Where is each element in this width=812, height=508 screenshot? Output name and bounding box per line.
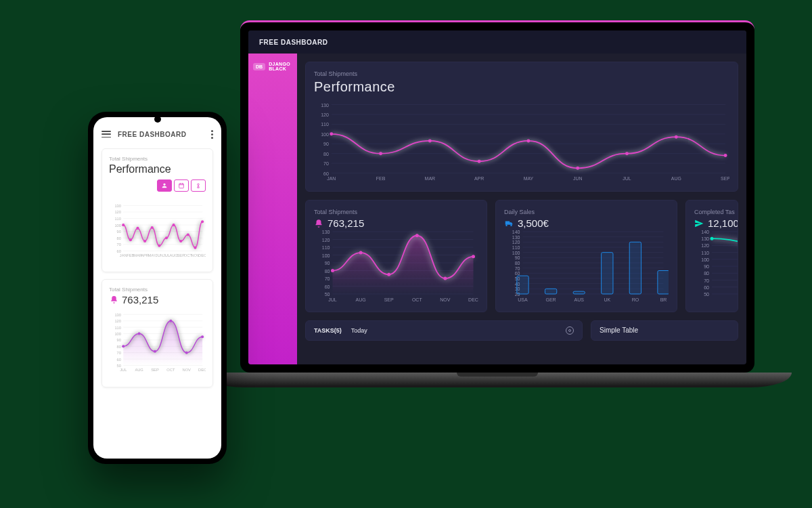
svg-text:80: 80: [515, 261, 520, 266]
svg-text:50: 50: [117, 364, 121, 368]
sidebar-header[interactable]: DB DJANGO BLACK: [253, 62, 292, 71]
gear-icon[interactable]: [566, 326, 574, 335]
svg-text:50: 50: [325, 292, 330, 297]
svg-text:70: 70: [515, 266, 520, 271]
metric-value: 763,215: [122, 294, 158, 305]
simple-table-card: Simple Table: [591, 320, 738, 341]
svg-rect-98: [573, 291, 585, 294]
svg-text:80: 80: [117, 345, 121, 349]
svg-text:130: 130: [701, 236, 709, 241]
svg-point-123: [710, 237, 714, 240]
svg-text:120: 120: [322, 238, 330, 242]
svg-point-156: [129, 238, 132, 241]
svg-text:RO: RO: [632, 297, 639, 302]
svg-text:130: 130: [114, 204, 121, 208]
seg-accounts[interactable]: [157, 179, 172, 192]
sales-chart: 2030405060708090100110120130140USAGERAUS…: [504, 229, 669, 303]
svg-text:130: 130: [321, 103, 329, 108]
svg-text:60: 60: [704, 285, 709, 290]
svg-point-195: [185, 352, 188, 354]
card-overline: Total Shipments: [109, 287, 206, 293]
svg-text:OCT: OCT: [166, 368, 175, 372]
svg-text:90: 90: [515, 255, 520, 260]
svg-text:JUL: JUL: [328, 297, 337, 302]
card-title: Performance: [314, 79, 729, 95]
seg-sessions[interactable]: [191, 179, 206, 192]
svg-point-165: [194, 247, 196, 249]
svg-text:80: 80: [323, 152, 329, 156]
svg-text:120: 120: [114, 210, 121, 214]
shipments-chart: 5060708090100110120130JULAUGSEPOCTNOVDEC: [314, 229, 478, 303]
svg-text:JUL: JUL: [120, 368, 127, 372]
svg-rect-101: [658, 271, 669, 295]
svg-point-159: [151, 226, 154, 229]
svg-point-158: [143, 240, 146, 242]
hamburger-icon[interactable]: [102, 131, 111, 137]
sales-card: Daily Sales 3,500€ 203040506070809010011…: [495, 200, 677, 312]
svg-point-33: [724, 154, 727, 157]
tasks-title: TASKS(5): [314, 327, 342, 334]
card-overline: Daily Sales: [504, 209, 669, 215]
svg-point-126: [198, 184, 200, 186]
svg-text:130: 130: [322, 230, 330, 234]
svg-rect-125: [179, 184, 184, 188]
svg-text:100: 100: [512, 251, 520, 255]
svg-rect-96: [517, 276, 528, 294]
svg-text:120: 120: [512, 240, 520, 245]
phone-shipments-chart: 5060708090100110120130JULAUGSEPOCTNOVDEC: [109, 305, 206, 380]
topbar: FREE DASHBOARD: [248, 30, 746, 54]
completed-tasks-card: Completed Tas 12,100K 506070809010011012…: [685, 200, 738, 312]
svg-text:80: 80: [117, 236, 121, 240]
svg-text:AUS: AUS: [574, 297, 584, 302]
svg-text:APR: APR: [474, 176, 484, 181]
brand: FREE DASHBOARD: [259, 39, 328, 46]
svg-text:DEC: DEC: [198, 368, 206, 372]
svg-text:110: 110: [701, 251, 709, 255]
svg-point-191: [122, 345, 125, 347]
svg-text:100: 100: [114, 224, 121, 228]
tasks-tab-today[interactable]: Today: [351, 327, 367, 334]
svg-point-58: [331, 269, 334, 272]
svg-text:DEC: DEC: [198, 253, 206, 257]
svg-text:110: 110: [512, 245, 520, 250]
performance-card: Total Shipments Performance 607080901001…: [305, 62, 738, 192]
seg-purchases[interactable]: [174, 179, 189, 192]
svg-rect-97: [545, 289, 556, 294]
svg-text:100: 100: [701, 257, 709, 262]
card-title: Performance: [109, 163, 206, 175]
svg-text:100: 100: [322, 253, 330, 258]
svg-point-166: [201, 220, 204, 223]
sidebar: DB DJANGO BLACK: [248, 54, 297, 364]
svg-text:AUG: AUG: [135, 368, 143, 372]
more-icon[interactable]: [211, 130, 213, 139]
svg-text:MAR: MAR: [425, 176, 435, 181]
metric-value: 3,500€: [518, 217, 549, 229]
svg-text:70: 70: [117, 242, 121, 247]
svg-point-157: [136, 227, 139, 230]
svg-point-63: [472, 255, 475, 258]
svg-text:60: 60: [325, 284, 330, 289]
svg-point-26: [379, 152, 382, 155]
performance-chart: 60708090100110120130JANFEBMARAPRMAYJUNJU…: [314, 102, 729, 183]
svg-text:70: 70: [325, 276, 330, 281]
svg-text:50: 50: [704, 292, 709, 297]
svg-text:70: 70: [323, 161, 329, 166]
svg-text:110: 110: [322, 245, 330, 250]
svg-text:120: 120: [321, 112, 329, 117]
svg-text:FEB: FEB: [376, 176, 386, 181]
svg-point-59: [359, 251, 363, 255]
svg-text:70: 70: [704, 278, 709, 283]
svg-text:SEP: SEP: [384, 297, 394, 302]
svg-text:JUN: JUN: [156, 253, 163, 257]
svg-text:140: 140: [701, 230, 709, 234]
svg-point-161: [165, 236, 168, 239]
svg-text:120: 120: [701, 243, 709, 248]
svg-point-193: [154, 350, 156, 353]
bell-icon: [314, 219, 323, 228]
svg-text:70: 70: [117, 351, 121, 355]
svg-text:AUG: AUG: [356, 297, 366, 302]
svg-text:MAY: MAY: [524, 176, 534, 181]
svg-text:60: 60: [117, 358, 121, 362]
svg-text:SEP: SEP: [721, 176, 729, 181]
phone-brand: FREE DASHBOARD: [118, 131, 186, 138]
